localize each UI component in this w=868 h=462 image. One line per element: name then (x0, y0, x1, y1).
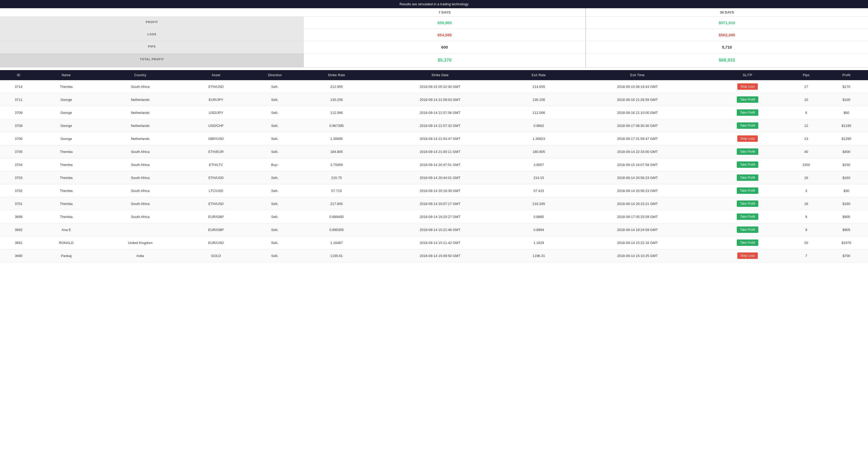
cell-country: South Africa (95, 171, 185, 184)
cell-id: 3705 (0, 145, 37, 158)
cell-id: 3692 (0, 223, 37, 236)
cell-profit: $170 (825, 80, 868, 93)
cell-country (95, 223, 185, 236)
cell-direction: Sell↓ (247, 197, 303, 210)
take-profit-button[interactable]: Take Profit (737, 227, 758, 233)
cell-strike-rate: 0.889405 (303, 210, 370, 223)
take-profit-button[interactable]: Take Profit (737, 123, 758, 129)
total-profit-7-value: $5,370 (304, 53, 586, 67)
cell-name: Themba (37, 197, 95, 210)
cell-id: 3704 (0, 158, 37, 171)
cell-asset: ETH/USD (185, 171, 247, 184)
cell-asset: USD/CHF (185, 119, 247, 132)
take-profit-button[interactable]: Take Profit (737, 239, 758, 246)
cell-strike-rate: 1.30695 (303, 132, 370, 145)
cell-profit: $1970 (825, 236, 868, 249)
cell-exit-time: 2018-09-16 21:26:59 GMT (567, 93, 708, 106)
take-profit-button[interactable]: Take Profit (737, 109, 758, 116)
profit-7-value: $59,965 (304, 17, 586, 29)
cell-strike-date: 2018-09-14 20:47:51 GMT (370, 158, 510, 171)
col-country: Country (95, 70, 185, 80)
cell-sltp: Take Profit (708, 223, 787, 236)
cell-direction: Sell↓ (247, 80, 303, 93)
cell-direction: Sell↓ (247, 210, 303, 223)
stop-loss-button[interactable]: Stop Loss (737, 253, 758, 259)
take-profit-button[interactable]: Take Profit (737, 96, 758, 103)
cell-asset: ETH/EUR (185, 145, 247, 158)
take-profit-button[interactable]: Take Profit (737, 213, 758, 220)
cell-exit-rate: 112.006 (510, 106, 567, 119)
banner-text: Results are simulated in a trading techn… (400, 2, 468, 6)
cell-country: South Africa (95, 197, 185, 210)
cell-name: Themba (37, 171, 95, 184)
cell-country: South Africa (95, 158, 185, 171)
cell-name: Themba (37, 210, 95, 223)
cell-exit-rate: 3.9007 (510, 158, 567, 171)
cell-asset: GOLD (185, 249, 247, 262)
cell-direction: Sell↓ (247, 223, 303, 236)
table-row: 3709 George Netherlands USD/JPY Sell↓ 11… (0, 106, 868, 119)
cell-id: 3709 (0, 106, 37, 119)
table-row: 3691 RONALD United Kingdom EUR/USD Sell↓… (0, 236, 868, 249)
cell-pips: 9 (787, 223, 825, 236)
cell-name: George (37, 119, 95, 132)
cell-direction: Sell↓ (247, 106, 303, 119)
table-row: 3690 Pankaj India GOLD Sell↓ 1195.61 201… (0, 249, 868, 262)
table-row: 3714 Themba South Africa ETH/USD Sell↓ 2… (0, 80, 868, 93)
cell-name: Pankaj (37, 249, 95, 262)
cell-asset: ETH/USD (185, 197, 247, 210)
cell-direction: Sell↓ (247, 145, 303, 158)
cell-country: South Africa (95, 80, 185, 93)
cell-strike-date: 2018-09-15 05:32:00 GMT (370, 80, 510, 93)
cell-id: 3706 (0, 132, 37, 145)
cell-direction: Sell↓ (247, 93, 303, 106)
cell-exit-time: 2018-09-17 05:33:59 GMT (567, 210, 708, 223)
cell-strike-date: 2018-09-14 21:59:03 GMT (370, 93, 510, 106)
cell-exit-time: 2018-09-14 20:15:21 GMT (567, 197, 708, 210)
cell-asset: LTC/USD (185, 184, 247, 197)
cell-strike-rate: 112.066 (303, 106, 370, 119)
cell-name: George (37, 132, 95, 145)
cell-exit-time: 2018-09-14 20:56:23 GMT (567, 171, 708, 184)
cell-sltp: Stop Loss (708, 132, 787, 145)
take-profit-button[interactable]: Take Profit (737, 161, 758, 168)
stop-loss-button[interactable]: Stop Loss (737, 135, 758, 142)
cell-strike-rate: 1195.61 (303, 249, 370, 262)
cell-sltp: Stop Loss (708, 249, 787, 262)
cell-name: RONALD (37, 236, 95, 249)
cell-exit-rate: 1.30823 (510, 132, 567, 145)
cell-sltp: Take Profit (708, 93, 787, 106)
col-profit: Profit (825, 70, 868, 80)
loss-30-value: $502,095 (586, 29, 868, 41)
cell-exit-time: 2018-09-15 06:19:43 GMT (567, 80, 708, 93)
cell-country: Netherlands (95, 119, 185, 132)
cell-strike-rate: 215.75 (303, 171, 370, 184)
table-row: 3699 Themba South Africa EUR/GBP Sell↓ 0… (0, 210, 868, 223)
cell-country: South Africa (95, 145, 185, 158)
cell-exit-rate: 57.415 (510, 184, 567, 197)
cell-id: 3690 (0, 249, 37, 262)
cell-sltp: Take Profit (708, 106, 787, 119)
pips-30-value: 5,710 (586, 41, 868, 53)
total-profit-30-value: $68,915 (586, 53, 868, 67)
cell-country: Netherlands (95, 93, 185, 106)
table-header-row: ID Name Country Asset Direction Strike R… (0, 70, 868, 80)
take-profit-button[interactable]: Take Profit (737, 188, 758, 194)
cell-exit-time: 2018-09-15 16:07:58 GMT (567, 158, 708, 171)
cell-name: Themba (37, 145, 95, 158)
stop-loss-button[interactable]: Stop Loss (737, 84, 758, 90)
table-row: 3702 Themba South Africa LTC/USD Sell↓ 5… (0, 184, 868, 197)
pips-label: PIPS (0, 41, 304, 53)
cell-exit-rate: 1.1629 (510, 236, 567, 249)
cell-asset: EUR/GBP (185, 210, 247, 223)
take-profit-button[interactable]: Take Profit (737, 200, 758, 207)
take-profit-button[interactable]: Take Profit (737, 148, 758, 155)
col-sltp: SL/TP (708, 70, 787, 80)
cell-exit-rate: 0.9662 (510, 119, 567, 132)
cell-pips: 16 (787, 171, 825, 184)
cell-strike-date: 2018-09-14 21:57:56 GMT (370, 106, 510, 119)
cell-profit: $160 (825, 197, 868, 210)
cell-strike-date: 2018-09-14 20:44:01 GMT (370, 171, 510, 184)
cell-asset: EUR/USD (185, 236, 247, 249)
take-profit-button[interactable]: Take Profit (737, 174, 758, 181)
